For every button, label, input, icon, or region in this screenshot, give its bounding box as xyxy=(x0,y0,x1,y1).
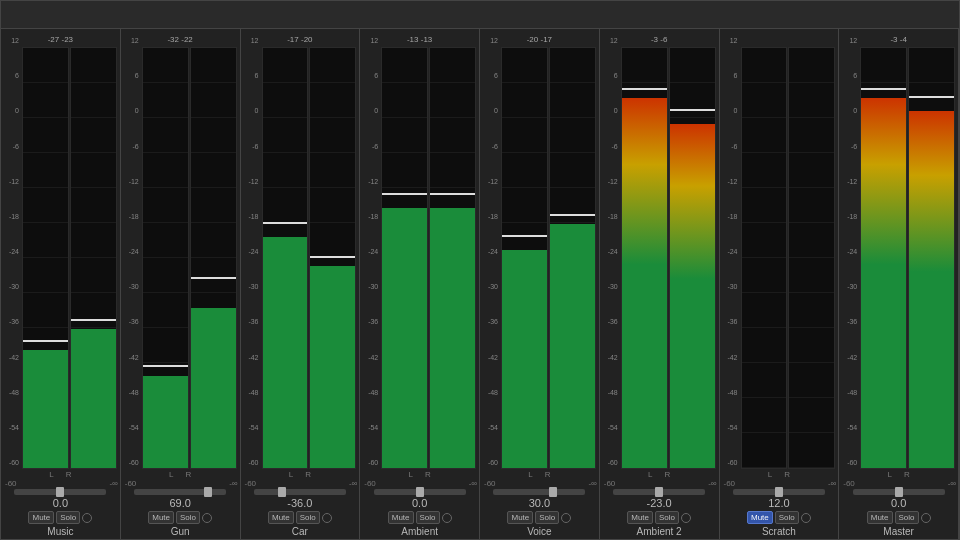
db-inf-label: -∞ xyxy=(349,479,357,488)
scale-label-0: 0 xyxy=(614,107,618,114)
volume-slider-thumb-car[interactable] xyxy=(278,487,286,497)
mute-button-music[interactable]: Mute xyxy=(28,511,54,524)
meters-area-scratch xyxy=(741,47,836,469)
scale-label--24: -24 xyxy=(727,248,737,255)
peak-line-ambient-R xyxy=(430,193,475,195)
meter-bar-scratch-R xyxy=(788,47,835,469)
volume-slider-thumb-gun[interactable] xyxy=(204,487,212,497)
mute-button-car[interactable]: Mute xyxy=(268,511,294,524)
volume-slider-thumb-voice[interactable] xyxy=(549,487,557,497)
meter-fill-gun-R xyxy=(191,308,236,468)
scratch-indicator-master[interactable] xyxy=(921,513,931,523)
lr-label-L: L xyxy=(768,470,772,479)
scratch-indicator-ambient[interactable] xyxy=(442,513,452,523)
lr-label-L: L xyxy=(888,470,892,479)
peak-display-music: -27 -23 xyxy=(3,33,118,47)
meter-row-music: 1260-6-12-18-24-30-36-42-48-54-60 xyxy=(3,47,118,469)
mute-button-gun[interactable]: Mute xyxy=(148,511,174,524)
scratch-indicator-car[interactable] xyxy=(322,513,332,523)
volume-slider-thumb-scratch[interactable] xyxy=(775,487,783,497)
peak-display-master: -3 -4 xyxy=(841,33,956,47)
scale-label--36: -36 xyxy=(9,318,19,325)
controls-row-voice: MuteSolo xyxy=(507,511,571,524)
channel-name-gun: Gun xyxy=(171,526,190,537)
volume-slider-thumb-ambient[interactable] xyxy=(416,487,424,497)
scale-label--30: -30 xyxy=(9,283,19,290)
mute-button-voice[interactable]: Mute xyxy=(507,511,533,524)
lr-labels-ambient: LR xyxy=(362,470,477,479)
scale-col-ambient2: 1260-6-12-18-24-30-36-42-48-54-60 xyxy=(602,47,620,469)
scratch-indicator-music[interactable] xyxy=(82,513,92,523)
scale-label--48: -48 xyxy=(608,388,618,395)
peak-line-master-L xyxy=(861,88,906,90)
db-min-label: -60 xyxy=(843,479,855,488)
scale-label-0: 0 xyxy=(15,107,19,114)
solo-button-ambient2[interactable]: Solo xyxy=(655,511,679,524)
scale-label--24: -24 xyxy=(488,248,498,255)
scale-label-12: 12 xyxy=(11,37,19,44)
solo-button-scratch[interactable]: Solo xyxy=(775,511,799,524)
peak-line-master-R xyxy=(909,96,954,98)
scale-label--6: -6 xyxy=(13,142,19,149)
solo-button-ambient[interactable]: Solo xyxy=(416,511,440,524)
scale-label--42: -42 xyxy=(129,353,139,360)
peak-line-ambient2-R xyxy=(670,109,715,111)
meter-bar-ambient2-L xyxy=(621,47,668,469)
meter-fill-music-L xyxy=(23,350,68,468)
volume-slider-thumb-ambient2[interactable] xyxy=(655,487,663,497)
volume-slider-ambient2[interactable] xyxy=(613,489,705,495)
volume-slider-music[interactable] xyxy=(14,489,106,495)
scratch-indicator-gun[interactable] xyxy=(202,513,212,523)
scale-label--18: -18 xyxy=(488,212,498,219)
peak-line-car-R xyxy=(310,256,355,258)
channels-container: -27 -231260-6-12-18-24-30-36-42-48-54-60… xyxy=(1,29,959,539)
volume-slider-thumb-master[interactable] xyxy=(895,487,903,497)
solo-button-gun[interactable]: Solo xyxy=(176,511,200,524)
meters-area-ambient xyxy=(381,47,476,469)
solo-button-car[interactable]: Solo xyxy=(296,511,320,524)
scale-label-6: 6 xyxy=(135,72,139,79)
volume-slider-ambient[interactable] xyxy=(374,489,466,495)
volume-slider-voice[interactable] xyxy=(493,489,585,495)
volume-slider-master[interactable] xyxy=(853,489,945,495)
scale-label--60: -60 xyxy=(608,459,618,466)
scale-label--24: -24 xyxy=(248,248,258,255)
volume-slider-scratch[interactable] xyxy=(733,489,825,495)
channel-gun: -32 -221260-6-12-18-24-30-36-42-48-54-60… xyxy=(121,29,241,539)
volume-readout-scratch: 12.0 xyxy=(768,497,789,509)
scale-label-0: 0 xyxy=(734,107,738,114)
scratch-indicator-ambient2[interactable] xyxy=(681,513,691,523)
channel-name-car: Car xyxy=(292,526,308,537)
lr-label-R: R xyxy=(545,470,551,479)
scale-label-0: 0 xyxy=(135,107,139,114)
scale-label-6: 6 xyxy=(734,72,738,79)
mute-button-ambient2[interactable]: Mute xyxy=(627,511,653,524)
controls-row-car: MuteSolo xyxy=(268,511,332,524)
scale-label--54: -54 xyxy=(727,423,737,430)
channel-ambient: -13 -131260-6-12-18-24-30-36-42-48-54-60… xyxy=(360,29,480,539)
lr-labels-voice: LR xyxy=(482,470,597,479)
solo-button-music[interactable]: Solo xyxy=(56,511,80,524)
scale-label--30: -30 xyxy=(608,283,618,290)
scale-label--48: -48 xyxy=(9,388,19,395)
solo-button-master[interactable]: Solo xyxy=(895,511,919,524)
scratch-indicator-scratch[interactable] xyxy=(801,513,811,523)
scale-label-6: 6 xyxy=(494,72,498,79)
mute-button-scratch[interactable]: Mute xyxy=(747,511,773,524)
controls-row-scratch: MuteSolo xyxy=(747,511,811,524)
scale-label-6: 6 xyxy=(614,72,618,79)
volume-slider-thumb-music[interactable] xyxy=(56,487,64,497)
scale-label--60: -60 xyxy=(368,459,378,466)
scratch-indicator-voice[interactable] xyxy=(561,513,571,523)
solo-button-voice[interactable]: Solo xyxy=(535,511,559,524)
scale-label--60: -60 xyxy=(248,459,258,466)
scale-label--30: -30 xyxy=(368,283,378,290)
scale-label-6: 6 xyxy=(15,72,19,79)
scale-label--42: -42 xyxy=(368,353,378,360)
volume-slider-car[interactable] xyxy=(254,489,346,495)
volume-slider-gun[interactable] xyxy=(134,489,226,495)
meter-fill-ambient-R xyxy=(430,208,475,468)
mute-button-ambient[interactable]: Mute xyxy=(388,511,414,524)
lr-label-R: R xyxy=(185,470,191,479)
mute-button-master[interactable]: Mute xyxy=(867,511,893,524)
